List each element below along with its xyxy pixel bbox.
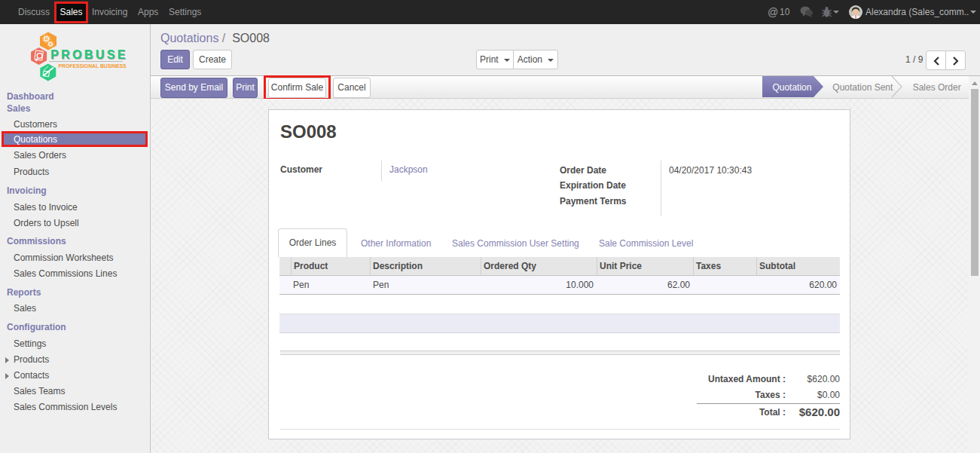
- svg-text:Sales Order: Sales Order: [913, 82, 961, 93]
- svg-text:PROBUSE: PROBUSE: [50, 48, 127, 61]
- svg-text:PROFESSIONAL BUSINESS: PROFESSIONAL BUSINESS: [59, 63, 127, 69]
- svg-text:Quotation: Quotation: [772, 82, 811, 93]
- svg-text:Quotation Sent: Quotation Sent: [832, 82, 893, 93]
